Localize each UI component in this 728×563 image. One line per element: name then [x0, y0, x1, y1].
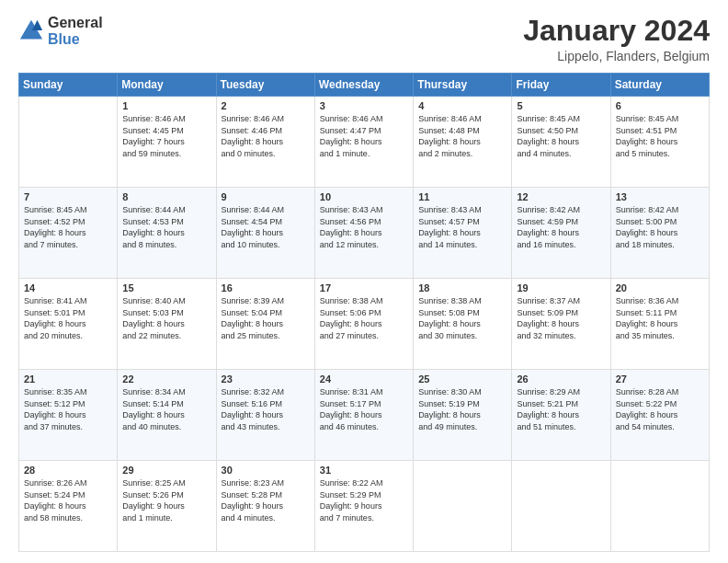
day-number: 14 [24, 282, 112, 293]
day-number: 17 [320, 282, 408, 293]
calendar-cell: 15Sunrise: 8:40 AM Sunset: 5:03 PM Dayli… [118, 279, 216, 370]
day-number: 20 [616, 282, 704, 293]
day-info: Sunrise: 8:45 AM Sunset: 4:51 PM Dayligh… [616, 113, 704, 159]
day-number: 24 [320, 373, 408, 385]
calendar-cell: 29Sunrise: 8:25 AM Sunset: 5:26 PM Dayli… [118, 461, 216, 552]
calendar-day-header: Monday [118, 74, 216, 97]
day-info: Sunrise: 8:32 AM Sunset: 5:16 PM Dayligh… [222, 386, 310, 432]
calendar-cell: 24Sunrise: 8:31 AM Sunset: 5:17 PM Dayli… [314, 370, 413, 461]
logo-text: General Blue [48, 15, 103, 47]
calendar-day-header: Tuesday [216, 74, 314, 97]
calendar-cell: 2Sunrise: 8:46 AM Sunset: 4:46 PM Daylig… [216, 97, 314, 188]
calendar-header-row: SundayMondayTuesdayWednesdayThursdayFrid… [19, 74, 710, 97]
calendar-cell: 16Sunrise: 8:39 AM Sunset: 5:04 PM Dayli… [216, 279, 314, 370]
calendar-day-header: Thursday [414, 74, 512, 97]
day-info: Sunrise: 8:26 AM Sunset: 5:24 PM Dayligh… [24, 477, 112, 523]
day-info: Sunrise: 8:46 AM Sunset: 4:46 PM Dayligh… [222, 113, 310, 159]
calendar-cell: 31Sunrise: 8:22 AM Sunset: 5:29 PM Dayli… [314, 461, 413, 552]
day-info: Sunrise: 8:45 AM Sunset: 4:50 PM Dayligh… [517, 113, 605, 159]
day-number: 26 [517, 373, 605, 385]
calendar-cell: 28Sunrise: 8:26 AM Sunset: 5:24 PM Dayli… [19, 461, 118, 552]
day-info: Sunrise: 8:37 AM Sunset: 5:09 PM Dayligh… [517, 295, 605, 341]
day-number: 5 [517, 100, 605, 111]
calendar-cell: 19Sunrise: 8:37 AM Sunset: 5:09 PM Dayli… [512, 279, 610, 370]
day-info: Sunrise: 8:39 AM Sunset: 5:04 PM Dayligh… [222, 295, 310, 341]
calendar-cell: 9Sunrise: 8:44 AM Sunset: 4:54 PM Daylig… [216, 188, 314, 279]
calendar-cell: 26Sunrise: 8:29 AM Sunset: 5:21 PM Dayli… [512, 370, 610, 461]
day-number: 10 [320, 191, 408, 202]
day-info: Sunrise: 8:38 AM Sunset: 5:06 PM Dayligh… [320, 295, 408, 341]
day-number: 28 [24, 465, 112, 476]
day-number: 13 [616, 191, 704, 202]
day-info: Sunrise: 8:42 AM Sunset: 4:59 PM Dayligh… [517, 204, 605, 250]
calendar-cell: 3Sunrise: 8:46 AM Sunset: 4:47 PM Daylig… [314, 97, 413, 188]
day-number: 12 [517, 191, 605, 202]
calendar-cell [19, 97, 118, 188]
calendar-cell: 21Sunrise: 8:35 AM Sunset: 5:12 PM Dayli… [19, 370, 118, 461]
day-info: Sunrise: 8:25 AM Sunset: 5:26 PM Dayligh… [122, 477, 210, 523]
day-number: 1 [122, 100, 210, 111]
calendar-cell [414, 461, 512, 552]
calendar-cell: 1Sunrise: 8:46 AM Sunset: 4:45 PM Daylig… [118, 97, 216, 188]
page: General Blue January 2024 Lippelo, Fland… [0, 0, 728, 563]
calendar-cell: 12Sunrise: 8:42 AM Sunset: 4:59 PM Dayli… [512, 188, 610, 279]
day-number: 16 [222, 282, 310, 293]
calendar-cell: 8Sunrise: 8:44 AM Sunset: 4:53 PM Daylig… [118, 188, 216, 279]
day-info: Sunrise: 8:43 AM Sunset: 4:56 PM Dayligh… [320, 204, 408, 250]
day-info: Sunrise: 8:38 AM Sunset: 5:08 PM Dayligh… [418, 295, 506, 341]
day-number: 25 [418, 373, 506, 385]
day-info: Sunrise: 8:42 AM Sunset: 5:00 PM Dayligh… [616, 204, 704, 250]
day-info: Sunrise: 8:46 AM Sunset: 4:47 PM Dayligh… [320, 113, 408, 159]
day-info: Sunrise: 8:30 AM Sunset: 5:19 PM Dayligh… [418, 386, 506, 432]
day-info: Sunrise: 8:31 AM Sunset: 5:17 PM Dayligh… [320, 386, 408, 432]
main-title: January 2024 [523, 15, 710, 47]
day-info: Sunrise: 8:29 AM Sunset: 5:21 PM Dayligh… [517, 386, 605, 432]
day-info: Sunrise: 8:43 AM Sunset: 4:57 PM Dayligh… [418, 204, 506, 250]
day-number: 31 [320, 465, 408, 476]
calendar-cell: 14Sunrise: 8:41 AM Sunset: 5:01 PM Dayli… [19, 279, 118, 370]
calendar-cell: 25Sunrise: 8:30 AM Sunset: 5:19 PM Dayli… [414, 370, 512, 461]
day-info: Sunrise: 8:44 AM Sunset: 4:54 PM Dayligh… [222, 204, 310, 250]
day-info: Sunrise: 8:40 AM Sunset: 5:03 PM Dayligh… [122, 295, 210, 341]
logo: General Blue [18, 15, 103, 47]
day-number: 6 [616, 100, 704, 111]
day-number: 21 [24, 373, 112, 385]
calendar-cell [512, 461, 610, 552]
calendar-day-header: Friday [512, 74, 610, 97]
calendar-cell: 5Sunrise: 8:45 AM Sunset: 4:50 PM Daylig… [512, 97, 610, 188]
day-number: 15 [122, 282, 210, 293]
calendar-cell: 27Sunrise: 8:28 AM Sunset: 5:22 PM Dayli… [610, 370, 709, 461]
calendar-cell: 4Sunrise: 8:46 AM Sunset: 4:48 PM Daylig… [414, 97, 512, 188]
day-number: 29 [122, 465, 210, 476]
day-info: Sunrise: 8:41 AM Sunset: 5:01 PM Dayligh… [24, 295, 112, 341]
header: General Blue January 2024 Lippelo, Fland… [18, 15, 710, 63]
logo-icon [18, 18, 44, 44]
day-number: 7 [24, 191, 112, 202]
calendar-cell: 20Sunrise: 8:36 AM Sunset: 5:11 PM Dayli… [610, 279, 709, 370]
calendar-cell: 30Sunrise: 8:23 AM Sunset: 5:28 PM Dayli… [216, 461, 314, 552]
calendar-cell: 17Sunrise: 8:38 AM Sunset: 5:06 PM Dayli… [314, 279, 413, 370]
day-info: Sunrise: 8:35 AM Sunset: 5:12 PM Dayligh… [24, 386, 112, 432]
day-info: Sunrise: 8:23 AM Sunset: 5:28 PM Dayligh… [222, 477, 310, 523]
day-number: 3 [320, 100, 408, 111]
day-info: Sunrise: 8:28 AM Sunset: 5:22 PM Dayligh… [616, 386, 704, 432]
calendar-table: SundayMondayTuesdayWednesdayThursdayFrid… [18, 73, 710, 552]
calendar-week-row: 28Sunrise: 8:26 AM Sunset: 5:24 PM Dayli… [19, 461, 710, 552]
day-info: Sunrise: 8:46 AM Sunset: 4:48 PM Dayligh… [418, 113, 506, 159]
day-number: 2 [222, 100, 310, 111]
day-info: Sunrise: 8:36 AM Sunset: 5:11 PM Dayligh… [616, 295, 704, 341]
calendar-cell: 22Sunrise: 8:34 AM Sunset: 5:14 PM Dayli… [118, 370, 216, 461]
calendar-cell: 10Sunrise: 8:43 AM Sunset: 4:56 PM Dayli… [314, 188, 413, 279]
calendar-week-row: 14Sunrise: 8:41 AM Sunset: 5:01 PM Dayli… [19, 279, 710, 370]
day-info: Sunrise: 8:46 AM Sunset: 4:45 PM Dayligh… [122, 113, 210, 159]
day-number: 30 [222, 465, 310, 476]
calendar-week-row: 7Sunrise: 8:45 AM Sunset: 4:52 PM Daylig… [19, 188, 710, 279]
calendar-cell: 13Sunrise: 8:42 AM Sunset: 5:00 PM Dayli… [610, 188, 709, 279]
day-number: 23 [222, 373, 310, 385]
day-info: Sunrise: 8:44 AM Sunset: 4:53 PM Dayligh… [122, 204, 210, 250]
title-block: January 2024 Lippelo, Flanders, Belgium [523, 15, 710, 63]
calendar-day-header: Wednesday [314, 74, 413, 97]
day-info: Sunrise: 8:22 AM Sunset: 5:29 PM Dayligh… [320, 477, 408, 523]
day-number: 8 [122, 191, 210, 202]
calendar-week-row: 1Sunrise: 8:46 AM Sunset: 4:45 PM Daylig… [19, 97, 710, 188]
